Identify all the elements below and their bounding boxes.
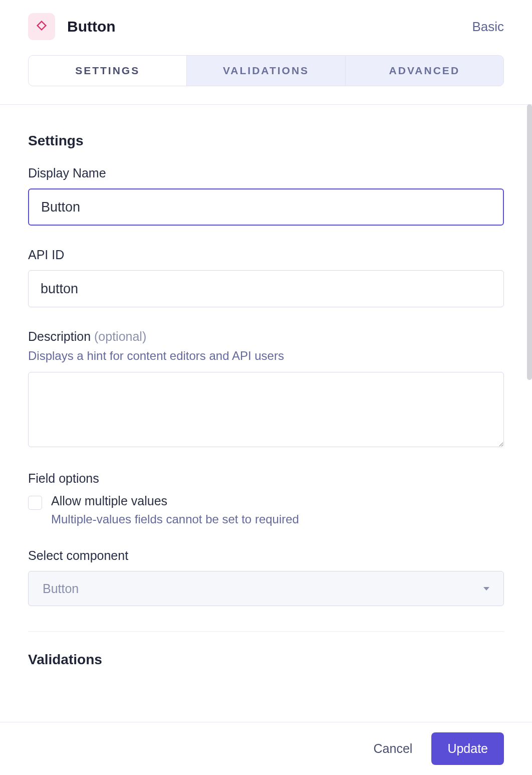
tab-validations[interactable]: VALIDATIONS <box>187 56 345 86</box>
section-settings-title: Settings <box>28 133 504 149</box>
field-display-name: Display Name <box>28 166 504 226</box>
description-label-text: Description <box>28 329 91 343</box>
chevron-down-icon <box>483 587 489 591</box>
diamond-icon <box>35 19 48 34</box>
vertical-scrollbar[interactable] <box>527 104 532 380</box>
select-component-value: Button <box>43 582 79 596</box>
header-left: Button <box>28 13 116 40</box>
field-type-label: Basic <box>472 19 504 35</box>
section-divider <box>28 631 504 632</box>
description-textarea[interactable] <box>28 372 504 447</box>
api-id-label: API ID <box>28 248 504 262</box>
field-options-group: Field options Allow multiple values Mult… <box>28 471 504 526</box>
field-api-id: API ID <box>28 248 504 307</box>
component-icon-badge <box>28 13 55 40</box>
field-select-component: Select component Button <box>28 548 504 606</box>
svg-rect-0 <box>38 22 46 30</box>
cancel-button[interactable]: Cancel <box>374 741 413 756</box>
allow-multiple-label: Allow multiple values <box>51 494 299 508</box>
scroll-area[interactable]: Settings Display Name API ID Description… <box>0 105 532 775</box>
allow-multiple-row: Allow multiple values Multiple-values fi… <box>28 494 504 526</box>
description-label: Description (optional) <box>28 329 504 344</box>
panel-header: Button Basic <box>0 0 532 40</box>
update-button[interactable]: Update <box>431 732 504 765</box>
api-id-input[interactable] <box>28 270 504 307</box>
display-name-input[interactable] <box>28 188 504 226</box>
display-name-label: Display Name <box>28 166 504 180</box>
footer-bar: Cancel Update <box>0 722 532 775</box>
description-hint: Displays a hint for content editors and … <box>28 349 504 363</box>
allow-multiple-checkbox[interactable] <box>28 496 42 510</box>
header-title: Button <box>67 18 116 35</box>
allow-multiple-sub: Multiple-values fields cannot be set to … <box>51 512 299 526</box>
field-description: Description (optional) Displays a hint f… <box>28 329 504 449</box>
select-component-dropdown[interactable]: Button <box>28 571 504 606</box>
field-options-label: Field options <box>28 471 504 486</box>
section-validations-title: Validations <box>28 652 504 668</box>
description-optional: (optional) <box>94 329 146 343</box>
tab-bar: SETTINGS VALIDATIONS ADVANCED <box>28 55 504 86</box>
tab-advanced[interactable]: ADVANCED <box>346 56 503 86</box>
select-component-label: Select component <box>28 548 504 563</box>
tab-settings[interactable]: SETTINGS <box>29 56 187 86</box>
